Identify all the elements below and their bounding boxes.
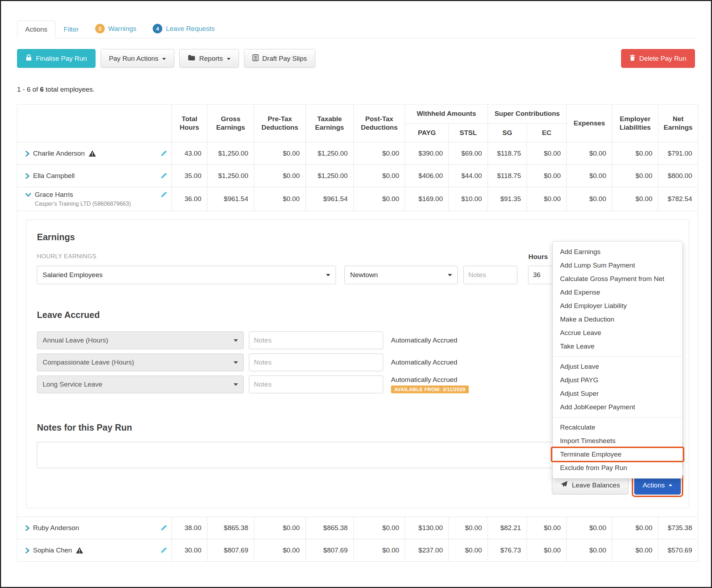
employing-entity-label: Casper's Training LTD (58606879663) [35, 201, 167, 207]
cell-employer-liabilities: $0.00 [612, 517, 658, 539]
cell-stsl: $44.00 [449, 165, 488, 187]
menu-item-add-expense[interactable]: Add Expense [553, 286, 682, 299]
toolbar: Finalise Pay Run Pay Run Actions Reports… [17, 49, 695, 68]
menu-item-adjust-leave[interactable]: Adjust Leave [553, 360, 682, 373]
edit-pencil-icon[interactable] [160, 524, 167, 532]
tab-filter[interactable]: Filter [55, 21, 87, 38]
cell-payg: $169.00 [405, 187, 449, 211]
menu-item-exclude-from-pay-run[interactable]: Exclude from Pay Run [553, 461, 682, 475]
menu-item-terminate-employee[interactable]: Terminate Employee [553, 448, 682, 461]
cell-taxable-earnings: $1,250.00 [306, 165, 354, 187]
available-from-badge: AVAILABLE FROM: 3/11/2029 [391, 385, 469, 393]
chevron-right-icon[interactable] [25, 151, 29, 157]
leave-balances-button[interactable]: Leave Balances [552, 476, 628, 495]
leave-notes-input[interactable] [249, 331, 383, 349]
summary-suffix: total employees. [45, 86, 94, 93]
cell-payg: $237.00 [405, 539, 449, 562]
pay-run-actions-button[interactable]: Pay Run Actions [100, 49, 174, 68]
menu-item-accrue-leave[interactable]: Accrue Leave [553, 326, 682, 340]
leave-type-select[interactable]: Annual Leave (Hours) [37, 331, 244, 349]
edit-pencil-icon[interactable] [160, 172, 167, 179]
menu-item-take-leave[interactable]: Take Leave [553, 340, 682, 353]
menu-item-add-earnings[interactable]: Add Earnings [553, 245, 682, 259]
cell-total-hours: 43.00 [172, 142, 207, 165]
leave-accrual-status: Automatically Accrued [391, 376, 469, 384]
cell-ec: $0.00 [527, 187, 567, 211]
leave-type-select[interactable]: Long Service Leave [37, 376, 244, 393]
cell-expenses: $0.00 [567, 142, 612, 165]
leave-type-select[interactable]: Compassionate Leave (Hours) [37, 354, 244, 371]
cell-post-tax-deductions: $0.00 [354, 187, 405, 211]
employee-count-summary: 1 - 6 of 6 total employees. [17, 86, 695, 93]
col-header-expenses: Expenses [567, 104, 612, 142]
location-value: Newtown [350, 271, 378, 279]
cell-stsl: $10.00 [449, 187, 488, 211]
chevron-right-icon[interactable] [25, 173, 29, 179]
menu-item-calculate-gross-payment-from-net[interactable]: Calculate Gross Payment from Net [553, 272, 682, 286]
menu-item-add-lump-sum-payment[interactable]: Add Lump Sum Payment [553, 259, 682, 272]
summary-total: 6 [40, 86, 44, 93]
chevron-down-icon [234, 383, 238, 386]
warnings-count-badge: 3 [95, 24, 105, 33]
cell-ec: $0.00 [527, 142, 567, 165]
pay-category-select[interactable]: Salaried Employees [37, 266, 336, 284]
cell-taxable-earnings: $961.54 [306, 187, 354, 211]
warning-icon [88, 150, 96, 157]
tab-leave-requests[interactable]: 4 Leave Requests [145, 19, 223, 38]
employee-column-header [17, 104, 172, 142]
menu-item-recalculate[interactable]: Recalculate [553, 421, 682, 434]
chevron-down-icon[interactable] [25, 193, 31, 197]
cell-taxable-earnings: $865.38 [306, 517, 354, 539]
menu-item-make-a-deduction[interactable]: Make a Deduction [553, 313, 682, 326]
delete-pay-run-button[interactable]: Delete Pay Run [621, 49, 695, 68]
cell-ec: $0.00 [527, 539, 567, 562]
reports-button[interactable]: Reports [179, 49, 239, 68]
trash-icon [630, 54, 635, 63]
employee-row-expanded[interactable]: Grace Harris Casper's Training LTD (5860… [17, 187, 698, 211]
employee-name: Grace Harris [35, 191, 73, 199]
menu-item-adjust-payg[interactable]: Adjust PAYG [553, 373, 682, 387]
tab-leave-requests-label: Leave Requests [166, 25, 214, 33]
cell-payg: $406.00 [405, 165, 449, 187]
chevron-down-icon [234, 361, 238, 364]
tab-actions[interactable]: Actions [17, 21, 55, 38]
cell-employer-liabilities: $0.00 [612, 539, 658, 562]
leave-accrual-status: Automatically Accrued [391, 358, 457, 366]
col-group-withheld-amounts: Withheld Amounts [405, 104, 488, 124]
menu-item-adjust-super[interactable]: Adjust Super [553, 387, 682, 400]
cell-total-hours: 30.00 [172, 539, 207, 562]
cell-payg: $130.00 [405, 517, 449, 539]
col-header-ec: EC [527, 123, 567, 142]
cell-sg: $82.21 [488, 517, 527, 539]
edit-pencil-icon[interactable] [160, 191, 167, 198]
cell-total-hours: 36.00 [172, 187, 207, 211]
leave-notes-input[interactable] [249, 376, 383, 393]
menu-item-add-jobkeeper-payment[interactable]: Add JobKeeper Payment [553, 400, 682, 414]
employee-row[interactable]: Ruby Anderson 38.00 $865.38 $0.00 $865.3… [17, 517, 698, 539]
employee-row[interactable]: Sophia Chen 30.00 $807.69 $0.00 $807.69 … [17, 539, 698, 562]
cell-net-earnings: $800.00 [658, 165, 698, 187]
chevron-right-icon[interactable] [25, 547, 29, 554]
employee-row[interactable]: Charlie Anderson 43.00 $1,250.00 $0.00 $… [17, 142, 698, 165]
edit-pencil-icon[interactable] [160, 547, 167, 554]
draft-pay-slips-button[interactable]: Draft Pay Slips [244, 49, 316, 68]
tab-filter-label: Filter [64, 26, 78, 33]
chevron-right-icon[interactable] [25, 525, 29, 531]
cell-pre-tax-deductions: $0.00 [254, 517, 306, 539]
earnings-notes-input[interactable] [463, 266, 517, 284]
lock-icon [26, 54, 32, 63]
cell-net-earnings: $570.69 [658, 539, 698, 562]
cell-stsl: $69.00 [449, 142, 488, 165]
actions-button[interactable]: Actions [634, 476, 681, 495]
tab-warnings[interactable]: 3 Warnings [87, 19, 145, 38]
employee-row[interactable]: Ella Campbell 35.00 $1,250.00 $0.00 $1,2… [17, 165, 698, 187]
cell-total-hours: 38.00 [172, 517, 207, 539]
location-select[interactable]: Newtown [344, 266, 458, 284]
menu-item-add-employer-liability[interactable]: Add Employer Liability [553, 299, 682, 313]
leave-notes-input[interactable] [249, 354, 383, 371]
finalise-pay-run-button[interactable]: Finalise Pay Run [17, 49, 96, 68]
leave-type-value: Compassionate Leave (Hours) [43, 358, 134, 366]
edit-pencil-icon[interactable] [160, 150, 167, 157]
menu-item-import-timesheets[interactable]: Import Timesheets [553, 434, 682, 448]
cell-payg: $390.00 [405, 142, 449, 165]
